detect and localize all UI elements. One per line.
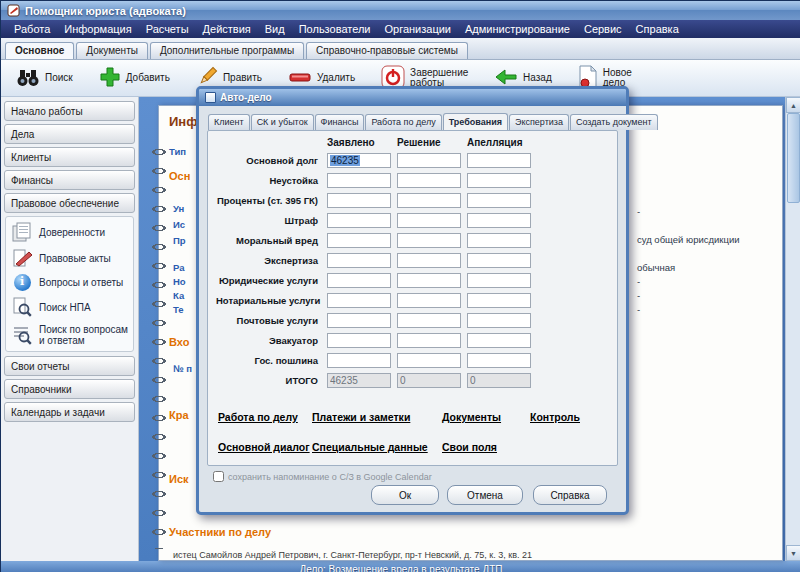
sidebar: Начало работы Дела Клиенты Финансы Право… xyxy=(1,97,139,561)
menu-item-organizations[interactable]: Организации xyxy=(377,22,458,36)
link-main-dialog[interactable]: Основной диалог xyxy=(218,441,310,453)
search-button[interactable]: Поиск xyxy=(11,66,78,91)
amount-input[interactable] xyxy=(397,293,461,308)
menu-item-administration[interactable]: Администрирование xyxy=(458,22,577,36)
sidebar-item-calendar-tasks[interactable]: Календарь и задачи xyxy=(4,402,135,422)
add-button[interactable]: Добавить xyxy=(94,64,175,92)
page-value: суд общей юрисдикции xyxy=(637,234,740,245)
tab-additional-programs[interactable]: Дополнительные программы xyxy=(150,42,304,59)
amount-input[interactable] xyxy=(467,233,531,248)
amount-input[interactable] xyxy=(327,253,391,268)
amount-input[interactable] xyxy=(327,353,391,368)
window-titlebar[interactable]: Помощник юриста (адвоката) xyxy=(1,1,800,20)
amount-input[interactable] xyxy=(467,313,531,328)
amount-input[interactable] xyxy=(467,293,531,308)
ok-button[interactable]: Ок xyxy=(371,485,439,505)
sidebar-item-clients[interactable]: Клиенты xyxy=(4,147,135,167)
dialog-titlebar[interactable]: Авто-дело xyxy=(199,89,626,106)
sidebar-item-directories[interactable]: Справочники xyxy=(4,379,135,399)
dialog-tab-case-work[interactable]: Работа по делу xyxy=(365,114,441,130)
row-label-penalty: Неустойка xyxy=(216,175,321,186)
amount-input[interactable] xyxy=(397,253,461,268)
amount-input[interactable]: 46235 xyxy=(327,153,391,168)
menu-item-users[interactable]: Пользователи xyxy=(292,22,378,36)
tab-main[interactable]: Основное xyxy=(5,42,74,59)
amount-input[interactable] xyxy=(327,333,391,348)
sidebar-item-npa-search[interactable]: Поиск НПА xyxy=(8,296,131,319)
dialog-tab-finance[interactable]: Финансы xyxy=(315,114,365,130)
sidebar-item-legal-support[interactable]: Правовое обеспечение xyxy=(4,193,135,213)
sidebar-item-questions-answers[interactable]: Вопросы и ответы xyxy=(8,273,131,292)
dialog-tab-insurance-loss[interactable]: СК и убыток xyxy=(251,114,314,130)
menu-item-work[interactable]: Работа xyxy=(7,22,57,36)
menu-item-actions[interactable]: Действия xyxy=(196,22,258,36)
amount-input[interactable] xyxy=(327,273,391,288)
link-documents[interactable]: Документы xyxy=(442,411,501,423)
amount-input[interactable] xyxy=(467,153,531,168)
scroll-down-icon[interactable]: ▼ xyxy=(786,545,800,561)
amount-input[interactable] xyxy=(327,173,391,188)
menu-item-information[interactable]: Информация xyxy=(57,22,138,36)
google-calendar-checkbox[interactable] xyxy=(213,471,224,482)
amount-input[interactable] xyxy=(467,173,531,188)
link-control[interactable]: Контроль xyxy=(530,411,580,423)
amount-input[interactable] xyxy=(327,213,391,228)
column-header-decision: Решение xyxy=(397,137,461,148)
link-special-data[interactable]: Специальные данные xyxy=(312,441,428,453)
dialog-tab-requirements[interactable]: Требования xyxy=(443,113,508,130)
sidebar-item-start[interactable]: Начало работы xyxy=(4,101,135,121)
amount-input[interactable] xyxy=(327,233,391,248)
sidebar-item-finance[interactable]: Финансы xyxy=(4,170,135,190)
cancel-button[interactable]: Отмена xyxy=(447,485,523,505)
scrollbar-thumb[interactable] xyxy=(787,113,800,203)
amount-input[interactable] xyxy=(397,273,461,288)
page-value: обычная xyxy=(637,262,675,273)
help-button[interactable]: Справка xyxy=(533,485,607,505)
menu-item-help[interactable]: Справка xyxy=(629,22,686,36)
dialog-tab-create-document[interactable]: Создать документ xyxy=(570,114,658,130)
amount-input[interactable] xyxy=(397,233,461,248)
amount-input[interactable] xyxy=(467,353,531,368)
amount-input[interactable] xyxy=(327,193,391,208)
sidebar-item-legal-acts[interactable]: Правовые акты xyxy=(8,247,131,269)
amount-input[interactable] xyxy=(397,193,461,208)
link-payments-notes[interactable]: Платежи и заметки xyxy=(312,411,410,423)
menu-item-calculations[interactable]: Расчеты xyxy=(139,22,196,36)
main-scrollbar[interactable]: ▲ ▼ xyxy=(785,97,800,561)
link-case-work[interactable]: Работа по делу xyxy=(218,411,298,423)
menu-item-service[interactable]: Сервис xyxy=(577,22,629,36)
dialog-tab-client[interactable]: Клиент xyxy=(208,114,250,130)
column-header-appeal: Апелляция xyxy=(467,137,531,148)
row-label-postal-services: Почтовые услуги xyxy=(216,315,321,326)
row-label-moral-damage: Моральный вред xyxy=(216,235,321,246)
tab-documents[interactable]: Документы xyxy=(76,42,148,59)
amount-input[interactable] xyxy=(467,333,531,348)
back-arrow-icon xyxy=(494,68,518,88)
amount-input[interactable] xyxy=(397,153,461,168)
tab-legal-reference-systems[interactable]: Справочно-правовые системы xyxy=(306,42,468,59)
amount-input[interactable] xyxy=(327,293,391,308)
amount-input[interactable] xyxy=(397,173,461,188)
amount-input[interactable] xyxy=(327,313,391,328)
sidebar-item-cases[interactable]: Дела xyxy=(4,124,135,144)
menu-item-view[interactable]: Вид xyxy=(258,22,292,36)
checkbox-label: сохранить напоминание о С/З в Google Cal… xyxy=(228,472,432,482)
scroll-up-icon[interactable]: ▲ xyxy=(786,97,800,113)
total-claimed-field xyxy=(327,373,391,388)
dialog-tab-expertise[interactable]: Экспертиза xyxy=(509,114,569,130)
amount-input[interactable] xyxy=(397,213,461,228)
amount-input[interactable] xyxy=(397,353,461,368)
amount-input[interactable] xyxy=(467,213,531,228)
sidebar-item-my-reports[interactable]: Свои отчеты xyxy=(4,356,135,376)
amount-input[interactable] xyxy=(467,253,531,268)
link-custom-fields[interactable]: Свои поля xyxy=(442,441,497,453)
amount-input[interactable] xyxy=(467,193,531,208)
sidebar-item-powers-of-attorney[interactable]: Доверенности xyxy=(8,221,131,243)
page-value: - xyxy=(637,290,640,301)
spiral-binding xyxy=(145,143,173,549)
row-label-total: ИТОГО xyxy=(216,375,321,386)
amount-input[interactable] xyxy=(467,273,531,288)
sidebar-item-qa-search[interactable]: Поиск по вопросам и ответам xyxy=(8,323,131,347)
amount-input[interactable] xyxy=(397,313,461,328)
amount-input[interactable] xyxy=(397,333,461,348)
